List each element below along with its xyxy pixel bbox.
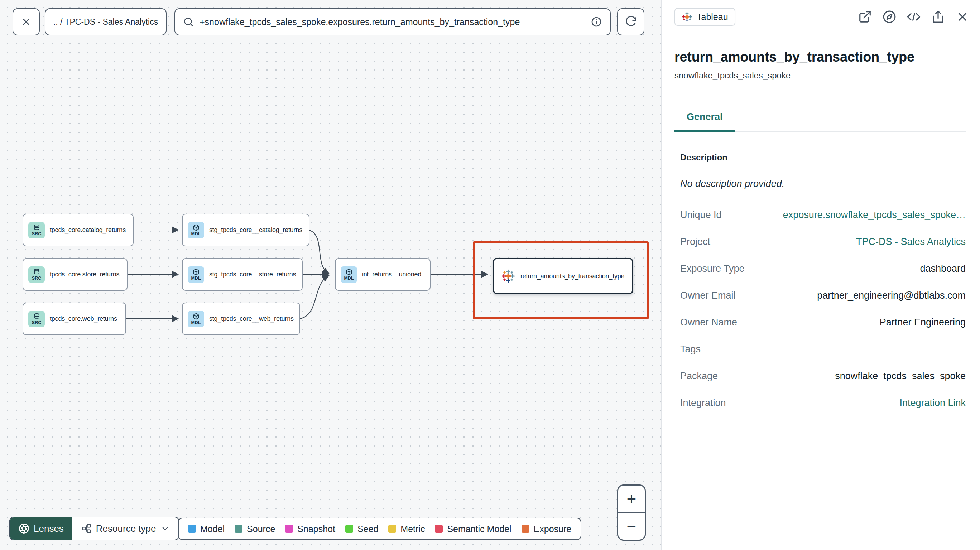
database-icon: SRC (28, 311, 45, 327)
resource-type-label: Resource type (96, 523, 156, 534)
detail-row-owner-email: Owner Email partner_engineering@dbtlabs.… (680, 290, 966, 301)
node-src-store-returns[interactable]: SRC tpcds_core.store_returns (22, 258, 127, 291)
legend-item-metric: Metric (388, 524, 425, 534)
refresh-lineage-button[interactable] (617, 8, 644, 35)
detail-label: Project (680, 236, 710, 248)
tableau-icon (682, 11, 692, 22)
chevron-down-icon (161, 524, 170, 533)
share-icon[interactable] (931, 10, 945, 24)
lineage-canvas[interactable]: SRC tpcds_core.catalog_returns SRC tpcds… (0, 0, 661, 550)
close-icon[interactable] (956, 10, 969, 24)
lenses-button[interactable]: Lenses (10, 517, 72, 540)
legend-item-snapshot: Snapshot (285, 524, 335, 534)
node-mdl-stg-web-returns[interactable]: MDL stg_tpcds_core__web_returns (182, 302, 300, 335)
description-empty-text: No description provided. (675, 178, 966, 189)
breadcrumb[interactable]: .. / TPC-DS - Sales Analytics (45, 8, 167, 35)
legend-swatch (345, 525, 353, 533)
node-mdl-stg-catalog-returns[interactable]: MDL stg_tpcds_core__catalog_returns (182, 214, 309, 246)
node-exposure-return-amounts[interactable]: return_amounts_by_transaction_type (493, 258, 633, 294)
detail-label: Owner Name (680, 317, 737, 328)
node-label: tpcds_core.store_returns (50, 271, 119, 278)
search-input[interactable] (199, 17, 585, 27)
node-label: return_amounts_by_transaction_type (520, 272, 624, 280)
details-panel-body: return_amounts_by_transaction_type snowf… (662, 49, 980, 409)
tableau-icon (501, 269, 515, 283)
database-icon: SRC (28, 222, 45, 238)
detail-value: dashboard (920, 263, 966, 274)
detail-row-owner-name: Owner Name Partner Engineering (680, 317, 966, 328)
description-header: Description (675, 153, 966, 162)
canvas-zoom-control: + − (617, 485, 646, 541)
node-src-web-returns[interactable]: SRC tpcds_core.web_returns (22, 302, 126, 335)
legend-item-model: Model (188, 524, 224, 534)
node-label: stg_tpcds_core__web_returns (209, 315, 294, 323)
panel-tabs: General (675, 111, 966, 132)
search-icon (183, 16, 194, 27)
legend-swatch (188, 525, 196, 533)
resource-type-legend: Model Source Snapshot Seed Metric Semant… (178, 518, 581, 540)
detail-row-exposure-type: Exposure Type dashboard (680, 263, 966, 274)
resource-title: return_amounts_by_transaction_type (675, 49, 966, 65)
details-list: Unique Id exposure.snowflake_tpcds_sales… (675, 210, 966, 409)
detail-value: Partner Engineering (880, 317, 966, 328)
detail-value: partner_engineering@dbtlabs.com (817, 290, 966, 301)
detail-label: Integration (680, 397, 726, 409)
tableau-badge-label: Tableau (697, 12, 728, 22)
info-icon[interactable] (591, 16, 602, 27)
panel-action-buttons (858, 10, 969, 24)
database-icon: SRC (28, 266, 45, 283)
breadcrumb-label: .. / TPC-DS - Sales Analytics (53, 17, 158, 27)
detail-value[interactable]: TPC-DS - Sales Analytics (856, 236, 966, 248)
node-src-catalog-returns[interactable]: SRC tpcds_core.catalog_returns (22, 214, 134, 246)
detail-label: Package (680, 370, 718, 382)
node-label: tpcds_core.web_returns (50, 315, 117, 323)
legend-item-semantic-model: Semantic Model (435, 524, 511, 534)
zoom-out-button[interactable]: − (618, 513, 645, 540)
legend-item-seed: Seed (345, 524, 378, 534)
node-label: int_returns__unioned (362, 271, 421, 278)
legend-item-exposure: Exposure (522, 524, 572, 534)
close-lineage-button[interactable] (13, 8, 40, 35)
lenses-control: Lenses Resource type (9, 517, 179, 540)
detail-row-package: Package snowflake_tpcds_sales_spoke (680, 370, 966, 382)
detail-label: Exposure Type (680, 263, 745, 274)
detail-label: Unique Id (680, 210, 722, 221)
detail-label: Tags (680, 344, 701, 355)
legend-item-source: Source (235, 524, 275, 534)
detail-value[interactable]: Integration Link (899, 397, 966, 409)
cube-icon: MDL (188, 311, 204, 327)
node-mdl-int-returns-unioned[interactable]: MDL int_returns__unioned (335, 258, 431, 291)
tableau-badge[interactable]: Tableau (675, 8, 735, 26)
zoom-in-button[interactable]: + (618, 486, 645, 513)
dbt-explorer-lineage-app: SRC tpcds_core.catalog_returns SRC tpcds… (0, 0, 980, 550)
detail-row-tags: Tags (680, 344, 966, 355)
close-icon (21, 16, 32, 27)
detail-label: Owner Email (680, 290, 736, 301)
compass-icon[interactable] (883, 10, 896, 24)
hierarchy-icon (81, 523, 92, 534)
legend-swatch (388, 525, 396, 533)
detail-row-unique-id: Unique Id exposure.snowflake_tpcds_sales… (680, 210, 966, 221)
detail-value[interactable]: exposure.snowflake_tpcds_sales_spoke… (783, 210, 966, 221)
aperture-icon (19, 523, 29, 534)
node-label: stg_tpcds_core__catalog_returns (209, 226, 302, 234)
cube-icon: MDL (188, 222, 204, 238)
node-label: stg_tpcds_core__store_returns (209, 271, 296, 278)
external-link-icon[interactable] (858, 10, 872, 24)
cube-icon: MDL (340, 266, 357, 283)
legend-swatch (435, 525, 443, 533)
refresh-icon (625, 16, 637, 28)
details-panel: Tableau return_amounts_by_transaction_ty… (661, 0, 980, 550)
tab-general[interactable]: General (675, 111, 735, 132)
lineage-search[interactable] (175, 8, 611, 35)
resource-type-dropdown[interactable]: Resource type (72, 517, 178, 540)
details-panel-header: Tableau (662, 0, 980, 34)
resource-package-subtitle: snowflake_tpcds_sales_spoke (675, 70, 966, 81)
detail-value: snowflake_tpcds_sales_spoke (835, 370, 966, 382)
code-icon[interactable] (907, 10, 921, 24)
legend-swatch (285, 525, 293, 533)
detail-row-project: Project TPC-DS - Sales Analytics (680, 236, 966, 248)
node-mdl-stg-store-returns[interactable]: MDL stg_tpcds_core__store_returns (182, 258, 303, 291)
detail-row-integration: Integration Integration Link (680, 397, 966, 409)
node-label: tpcds_core.catalog_returns (50, 226, 126, 234)
